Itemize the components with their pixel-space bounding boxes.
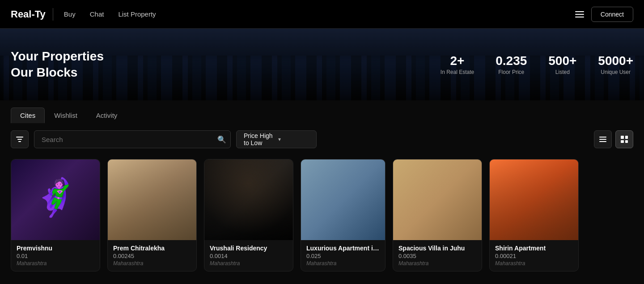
sort-dropdown[interactable]: Price High to Low ▾ [236, 130, 317, 148]
property-card-vrushali-residency[interactable]: Vrushali Residency 0.0014 Maharashtra [204, 159, 293, 271]
property-price-luxurious-apartment: 0.025 [306, 253, 380, 259]
property-location-vrushali-residency: Maharashtra [210, 260, 288, 267]
property-title-prem-chitralekha: Prem Chitralekha [113, 245, 191, 252]
list-view-button[interactable] [594, 130, 612, 148]
hero-title: Your Properties Our Blocks [11, 48, 441, 81]
property-card-shirin-apartment[interactable]: Shirin Apartment 0.00021 Maharashtra [489, 159, 579, 271]
property-location-luxurious-apartment: Maharashtra [306, 260, 380, 267]
search-row: 🔍 Price High to Low ▾ [0, 123, 644, 155]
sort-label: Price High to Low [244, 132, 275, 146]
property-price-vrushali-residency: 0.0014 [210, 253, 288, 259]
property-location-premvishnu: Maharashtra [17, 260, 94, 267]
tab-activity[interactable]: Activity [87, 108, 127, 123]
card-body-prem-chitralekha: Prem Chitralekha 0.00245 Maharashtra [108, 240, 196, 271]
nav-chat[interactable]: Chat [90, 10, 104, 18]
grid-icon [621, 136, 628, 143]
property-image-prem-chitralekha [108, 159, 196, 240]
property-title-spacious-villa: Spacious Villa in Juhu [398, 245, 476, 252]
hero-stats: 2+ In Real Estate 0.235 Floor Price 500+… [441, 54, 633, 75]
chevron-down-icon: ▾ [278, 136, 309, 142]
menu-icon[interactable] [575, 11, 584, 17]
property-card-prem-chitralekha[interactable]: Prem Chitralekha 0.00245 Maharashtra [107, 159, 197, 271]
cards-row: Premvishnu 0.01 Maharashtra Prem Chitral… [11, 159, 633, 271]
filter-button[interactable] [11, 130, 29, 148]
stat-real-estate: 2+ In Real Estate [441, 54, 474, 75]
property-card-luxurious-apartment[interactable]: Luxurious Apartment in Mumbai 0.025 Maha… [301, 159, 386, 271]
stat-unique-user: 5000+ Unique User [598, 54, 633, 75]
hero-heading: Your Properties Our Blocks [11, 48, 441, 81]
navbar-right: Connect [575, 7, 633, 22]
search-input[interactable] [34, 130, 231, 148]
tabs-bar: Cites Wishlist Activity [0, 100, 644, 123]
property-image-premvishnu [11, 159, 100, 240]
stat-listed: 500+ Listed [548, 54, 576, 75]
card-body-spacious-villa: Spacious Villa in Juhu 0.0035 Maharashtr… [393, 240, 482, 271]
cards-section: Premvishnu 0.01 Maharashtra Prem Chitral… [0, 155, 644, 271]
property-title-luxurious-apartment: Luxurious Apartment in Mumbai [306, 245, 380, 252]
card-body-premvishnu: Premvishnu 0.01 Maharashtra [11, 240, 100, 271]
property-image-shirin-apartment [490, 159, 578, 240]
list-icon [599, 137, 606, 142]
property-image-vrushali-residency [204, 159, 293, 240]
search-input-wrap: 🔍 [34, 130, 231, 148]
hero-section: Your Properties Our Blocks 2+ In Real Es… [0, 29, 644, 100]
property-price-prem-chitralekha: 0.00245 [113, 253, 191, 259]
property-card-premvishnu[interactable]: Premvishnu 0.01 Maharashtra [11, 159, 100, 271]
nav-links: Buy Chat List Property [64, 10, 575, 18]
property-price-premvishnu: 0.01 [17, 253, 94, 259]
card-body-luxurious-apartment: Luxurious Apartment in Mumbai 0.025 Maha… [301, 240, 385, 271]
property-card-spacious-villa[interactable]: Spacious Villa in Juhu 0.0035 Maharashtr… [393, 159, 482, 271]
stat-floor-price: 0.235 Floor Price [496, 54, 527, 75]
property-price-shirin-apartment: 0.00021 [495, 253, 573, 259]
property-image-luxurious-apartment [301, 159, 385, 240]
nav-list-property[interactable]: List Property [118, 10, 156, 18]
navbar: Real-Ty Buy Chat List Property Connect [0, 0, 644, 29]
tab-cites[interactable]: Cites [11, 108, 45, 123]
view-buttons [594, 130, 633, 148]
card-body-shirin-apartment: Shirin Apartment 0.00021 Maharashtra [490, 240, 578, 271]
nav-divider [53, 8, 53, 21]
nav-buy[interactable]: Buy [64, 10, 76, 18]
property-location-shirin-apartment: Maharashtra [495, 260, 573, 267]
property-location-prem-chitralekha: Maharashtra [113, 260, 191, 267]
property-location-spacious-villa: Maharashtra [398, 260, 476, 267]
filter-icon [16, 137, 23, 142]
tab-wishlist[interactable]: Wishlist [45, 108, 87, 123]
connect-button[interactable]: Connect [591, 7, 633, 22]
property-title-premvishnu: Premvishnu [17, 245, 94, 252]
grid-view-button[interactable] [615, 130, 633, 148]
logo: Real-Ty [11, 9, 46, 20]
property-title-vrushali-residency: Vrushali Residency [210, 245, 288, 252]
card-body-vrushali-residency: Vrushali Residency 0.0014 Maharashtra [204, 240, 293, 271]
hero-content: Your Properties Our Blocks 2+ In Real Es… [0, 29, 644, 100]
property-price-spacious-villa: 0.0035 [398, 253, 476, 259]
property-title-shirin-apartment: Shirin Apartment [495, 245, 573, 252]
property-image-spacious-villa [393, 159, 482, 240]
search-button[interactable]: 🔍 [217, 135, 226, 144]
